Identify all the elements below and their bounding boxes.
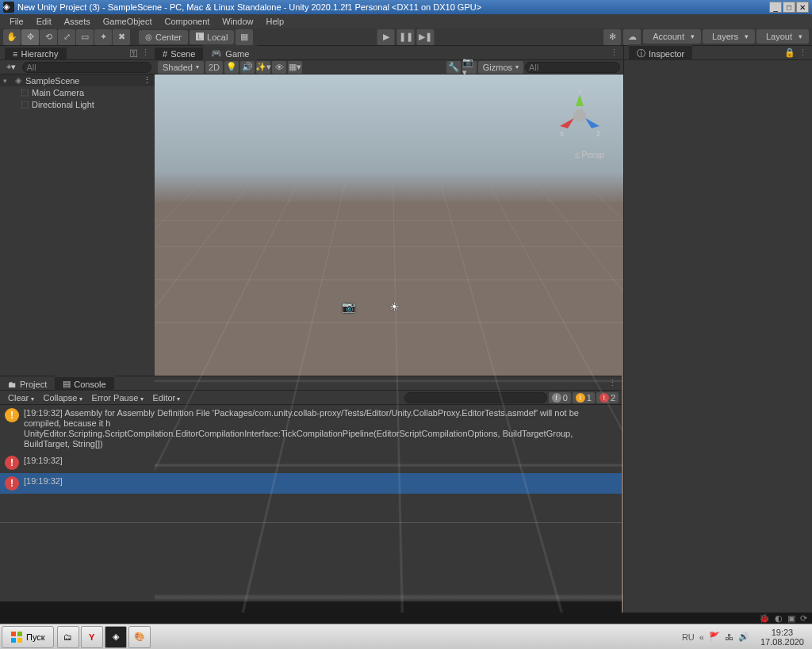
- grid-toggle[interactable]: ▦▾: [288, 61, 302, 74]
- axis-z-label: z: [596, 128, 601, 138]
- rect-tool-button[interactable]: ▭: [76, 29, 94, 45]
- taskbar-clock[interactable]: 19:23 17.08.2020: [754, 628, 810, 647]
- hierarchy-tab[interactable]: ≡ Hierarchy: [5, 46, 67, 60]
- camera-gizmo-icon[interactable]: 📷: [342, 300, 355, 313]
- tray-flag-icon[interactable]: 🚩: [709, 632, 720, 642]
- progress-icon[interactable]: ◐: [775, 613, 783, 624]
- account-dropdown[interactable]: Account: [643, 29, 701, 44]
- tab-game[interactable]: 🎮 Game: [203, 45, 257, 60]
- cloud-button[interactable]: ☁: [623, 29, 641, 45]
- unity-app-icon: ◈: [3, 2, 14, 13]
- scene-root-item[interactable]: ▾ ◈ SampleScene ⋮: [0, 74, 155, 86]
- inspector-tab[interactable]: ⓘ Inspector: [629, 44, 692, 61]
- task-explorer[interactable]: 🗂: [57, 626, 79, 648]
- log-row-error[interactable]: ! [19:19:32]: [0, 452, 622, 473]
- menu-component[interactable]: Component: [158, 15, 216, 28]
- step-button[interactable]: ▶❚: [417, 29, 435, 45]
- log-row-error-selected[interactable]: ! [19:19:32]: [0, 473, 622, 494]
- play-button[interactable]: ▶: [377, 29, 395, 45]
- light-gizmo-icon[interactable]: ☀: [389, 300, 400, 313]
- console-toolbar: Clear Collapse Error Pause Editor !0 !1 …: [0, 391, 622, 405]
- clear-button[interactable]: Clear: [3, 391, 39, 404]
- tray-volume-icon[interactable]: 🔊: [738, 632, 749, 642]
- lock-icon[interactable]: ⚿: [129, 48, 138, 58]
- menu-help[interactable]: Help: [259, 15, 290, 28]
- menu-gameobject[interactable]: GameObject: [97, 15, 159, 28]
- rotate-tool-button[interactable]: ⟲: [40, 29, 57, 45]
- task-yandex[interactable]: Y: [81, 626, 103, 648]
- menu-edit[interactable]: Edit: [30, 15, 58, 28]
- audio-toggle[interactable]: 🔊: [240, 61, 255, 74]
- custom-tool-button[interactable]: ✖: [113, 29, 130, 45]
- snap-toggle[interactable]: ▦: [236, 29, 253, 45]
- close-button[interactable]: ✕: [796, 2, 809, 13]
- minimize-button[interactable]: _: [769, 2, 782, 13]
- fx-toggle[interactable]: ✨▾: [256, 61, 270, 74]
- tools-dropdown[interactable]: 🔧: [446, 61, 461, 74]
- scene-search-input[interactable]: [525, 62, 620, 73]
- panel-menu-icon[interactable]: ⋮: [141, 48, 150, 58]
- projection-label[interactable]: ≤ Persp: [574, 150, 604, 159]
- inspector-lock-icon[interactable]: 🔒: [784, 48, 795, 58]
- hierarchy-search-input[interactable]: [22, 62, 151, 73]
- hidden-toggle[interactable]: 👁: [272, 61, 286, 74]
- error-icon: !: [5, 476, 19, 491]
- gizmos-dropdown[interactable]: Gizmos: [478, 61, 523, 74]
- layout-dropdown[interactable]: Layout: [756, 29, 809, 44]
- inspector-menu-icon[interactable]: ⋮: [799, 48, 807, 58]
- task-paint[interactable]: 🎨: [128, 626, 151, 648]
- main-toolbar: ✋ ✥ ⟲ ⤢ ▭ ✦ ✖ ◎Center 🅻Local ▦ ▶ ❚❚ ▶❚ ✻…: [0, 29, 812, 46]
- pause-button[interactable]: ❚❚: [397, 29, 415, 45]
- debug-icon[interactable]: 🐞: [759, 613, 770, 624]
- refresh-icon[interactable]: ⟳: [800, 613, 807, 624]
- scene-panel-menu-icon[interactable]: ⋮: [610, 48, 619, 58]
- expand-arrow-icon[interactable]: ▾: [3, 77, 13, 85]
- camera-dropdown[interactable]: 📷▾: [462, 61, 477, 74]
- orientation-gizmo[interactable]: x y z: [552, 90, 607, 146]
- menu-assets[interactable]: Assets: [58, 15, 97, 28]
- warn-icon: !: [576, 393, 585, 403]
- task-unity[interactable]: ◈: [105, 626, 127, 648]
- gameobject-item-light[interactable]: ⬚ Directional Light: [16, 98, 155, 110]
- layers-dropdown[interactable]: Layers: [703, 29, 755, 44]
- inspector-body: [624, 60, 812, 613]
- error-pause-toggle[interactable]: Error Pause: [87, 391, 148, 404]
- tab-scene[interactable]: # Scene: [155, 46, 203, 60]
- scale-tool-button[interactable]: ⤢: [58, 29, 75, 45]
- hierarchy-icon: ≡: [13, 49, 17, 59]
- log-row-warn[interactable]: ! [19:19:32] Assembly for Assembly Defin…: [0, 405, 622, 452]
- editor-dropdown[interactable]: Editor: [148, 391, 186, 404]
- windows-taskbar: Пуск 🗂 Y ◈ 🎨 RU « 🚩 🖧 🔊 19:23 17.08.2020: [0, 624, 812, 649]
- local-global-toggle[interactable]: 🅻Local: [190, 30, 234, 44]
- lighting-toggle[interactable]: 💡: [224, 61, 239, 74]
- shading-mode-dropdown[interactable]: Shaded: [158, 61, 204, 74]
- scene-view-icon: #: [163, 49, 167, 59]
- 2d-toggle[interactable]: 2D: [205, 61, 223, 74]
- console-search-input[interactable]: [404, 392, 547, 403]
- gameobject-item-camera[interactable]: ⬚ Main Camera: [16, 86, 155, 98]
- collapse-toggle[interactable]: Collapse: [39, 391, 87, 404]
- tab-console[interactable]: ▤ Console: [55, 376, 113, 391]
- tray-network-icon[interactable]: 🖧: [725, 632, 733, 642]
- collab-button[interactable]: ✻: [603, 29, 621, 45]
- maximize-button[interactable]: □: [783, 2, 795, 13]
- console-panel-menu-icon[interactable]: ⋮: [608, 378, 617, 388]
- pivot-center-toggle[interactable]: ◎Center: [139, 30, 188, 44]
- tray-expand-icon[interactable]: «: [699, 632, 704, 642]
- create-dropdown-button[interactable]: +▾: [3, 62, 19, 72]
- lang-indicator[interactable]: RU: [682, 632, 695, 642]
- warn-filter-badge[interactable]: !1: [573, 392, 595, 403]
- hand-tool-button[interactable]: ✋: [3, 29, 21, 45]
- error-filter-badge[interactable]: !2: [596, 392, 619, 403]
- info-filter-badge[interactable]: !0: [549, 392, 571, 403]
- tab-project[interactable]: 🖿 Project: [0, 376, 55, 391]
- layers-icon[interactable]: ▣: [787, 613, 795, 624]
- move-tool-button[interactable]: ✥: [21, 29, 39, 45]
- start-button[interactable]: Пуск: [2, 626, 54, 648]
- scene-menu-icon[interactable]: ⋮: [143, 75, 151, 86]
- menu-file[interactable]: File: [3, 15, 30, 28]
- menu-window[interactable]: Window: [216, 15, 259, 28]
- hierarchy-toolbar: +▾: [0, 60, 155, 74]
- console-icon: ▤: [63, 379, 71, 389]
- transform-tool-button[interactable]: ✦: [94, 29, 112, 45]
